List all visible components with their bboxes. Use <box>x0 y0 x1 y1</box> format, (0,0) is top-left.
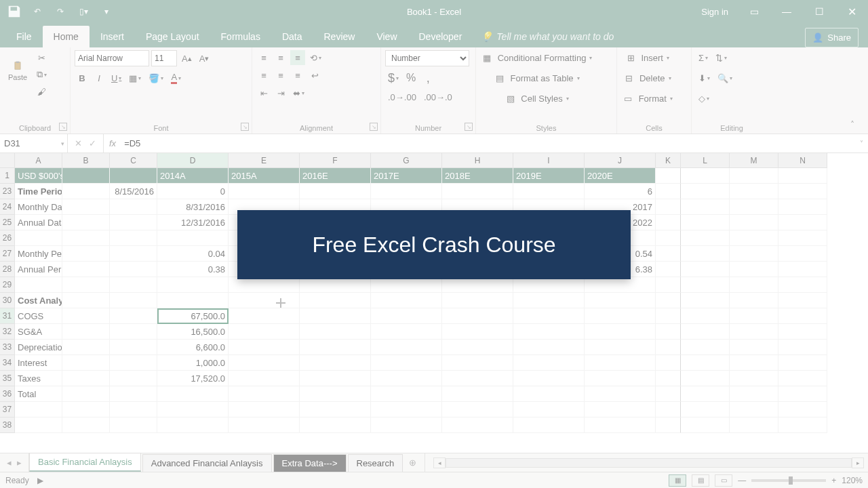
cell[interactable]: 2016E <box>300 168 371 184</box>
cell[interactable] <box>300 402 371 418</box>
cell[interactable] <box>681 262 730 277</box>
cell[interactable] <box>110 402 157 418</box>
cell[interactable] <box>513 277 585 293</box>
cell[interactable] <box>110 215 157 230</box>
collapse-ribbon-icon[interactable]: ˄ <box>850 120 863 129</box>
align-top-button[interactable]: ≡ <box>256 50 271 65</box>
column-header[interactable]: C <box>110 153 157 168</box>
sheet-nav-next-icon[interactable]: ▸ <box>17 458 22 468</box>
decrease-indent-button[interactable]: ⇤ <box>256 85 271 100</box>
row-header[interactable]: 37 <box>0 402 15 418</box>
cell[interactable] <box>110 230 157 246</box>
cell[interactable] <box>371 277 442 293</box>
cell[interactable] <box>110 386 157 402</box>
cell[interactable] <box>778 215 827 230</box>
sheet-tab-basic[interactable]: Basic Financial Anlaysis <box>29 453 141 472</box>
share-button[interactable]: 👤 Share <box>805 28 859 47</box>
view-page-layout-button[interactable]: ▤ <box>692 474 709 487</box>
cell[interactable] <box>513 340 585 355</box>
tab-file[interactable]: File <box>5 26 43 47</box>
cell[interactable] <box>442 402 513 418</box>
font-name-combo[interactable] <box>75 50 149 66</box>
cell[interactable] <box>300 308 371 324</box>
percent-format-button[interactable]: % <box>403 70 418 85</box>
cell[interactable] <box>778 340 827 355</box>
cell[interactable] <box>778 308 827 324</box>
tab-data[interactable]: Data <box>271 26 313 47</box>
cell[interactable] <box>157 277 229 293</box>
cell[interactable] <box>681 402 730 418</box>
cell[interactable] <box>513 402 585 418</box>
cell[interactable] <box>656 199 681 215</box>
cell[interactable] <box>656 402 681 418</box>
cell[interactable] <box>110 246 157 262</box>
cell[interactable]: 0.38 <box>157 262 229 277</box>
cell[interactable] <box>681 277 730 293</box>
cell[interactable] <box>656 371 681 386</box>
cell[interactable] <box>15 418 62 433</box>
cell[interactable] <box>62 277 110 293</box>
column-header[interactable]: E <box>229 153 300 168</box>
cell[interactable] <box>656 293 681 308</box>
font-color-button[interactable]: A▾ <box>168 70 184 85</box>
tell-me-search[interactable]: 💡 Tell me what you want to do <box>473 26 622 47</box>
cell[interactable]: 2014A <box>157 168 229 184</box>
cell[interactable] <box>730 199 778 215</box>
row-header[interactable]: 26 <box>0 230 15 246</box>
cell[interactable] <box>656 230 681 246</box>
cell[interactable] <box>681 371 730 386</box>
cell[interactable] <box>656 168 681 184</box>
cell[interactable] <box>730 293 778 308</box>
cell[interactable] <box>110 168 157 184</box>
cell[interactable] <box>656 308 681 324</box>
cell[interactable] <box>110 293 157 308</box>
format-cells-button[interactable]: ▭ Format▾ <box>621 91 675 106</box>
fill-color-button[interactable]: 🪣▾ <box>146 70 166 85</box>
cell[interactable] <box>371 355 442 371</box>
cell[interactable] <box>730 386 778 402</box>
row-header[interactable]: 23 <box>0 184 15 199</box>
cell[interactable] <box>778 277 827 293</box>
row-header[interactable]: 28 <box>0 262 15 277</box>
cell[interactable] <box>62 418 110 433</box>
cell[interactable] <box>229 277 300 293</box>
orientation-button[interactable]: ⟲▾ <box>307 50 324 65</box>
cell[interactable] <box>110 262 157 277</box>
sign-in-link[interactable]: Sign in <box>694 7 735 17</box>
cell[interactable] <box>62 199 110 215</box>
cell[interactable] <box>681 184 730 199</box>
zoom-in-button[interactable]: + <box>831 476 836 485</box>
cell[interactable] <box>730 262 778 277</box>
cell[interactable] <box>15 402 62 418</box>
row-headers[interactable]: 123242526272829303132333435363738 <box>0 168 15 433</box>
cell[interactable] <box>656 418 681 433</box>
cell[interactable] <box>730 246 778 262</box>
align-bottom-button[interactable]: ≡ <box>290 50 305 65</box>
cell[interactable] <box>778 386 827 402</box>
cell[interactable]: USD $000's <box>15 168 62 184</box>
cell[interactable] <box>157 293 229 308</box>
cell[interactable] <box>730 355 778 371</box>
column-header[interactable]: N <box>778 153 827 168</box>
cell[interactable] <box>513 184 585 199</box>
select-all-corner[interactable] <box>0 153 15 168</box>
cell[interactable]: Depreciation <box>15 340 62 355</box>
cell[interactable]: Monthly Data <box>15 199 62 215</box>
row-header[interactable]: 33 <box>0 340 15 355</box>
cell[interactable] <box>442 340 513 355</box>
cell[interactable] <box>656 386 681 402</box>
align-left-button[interactable]: ≡ <box>256 68 271 83</box>
cell[interactable] <box>300 293 371 308</box>
cell[interactable] <box>778 230 827 246</box>
cell[interactable] <box>656 277 681 293</box>
decrease-font-button[interactable]: A▾ <box>197 51 212 66</box>
name-box[interactable]: D31▾ <box>0 134 68 152</box>
underline-button[interactable]: U▾ <box>108 70 124 85</box>
cell[interactable] <box>730 230 778 246</box>
cell[interactable] <box>229 402 300 418</box>
cell[interactable] <box>62 324 110 340</box>
cell[interactable] <box>62 371 110 386</box>
cell[interactable] <box>585 340 656 355</box>
column-header[interactable]: H <box>442 153 513 168</box>
cell[interactable] <box>62 168 110 184</box>
